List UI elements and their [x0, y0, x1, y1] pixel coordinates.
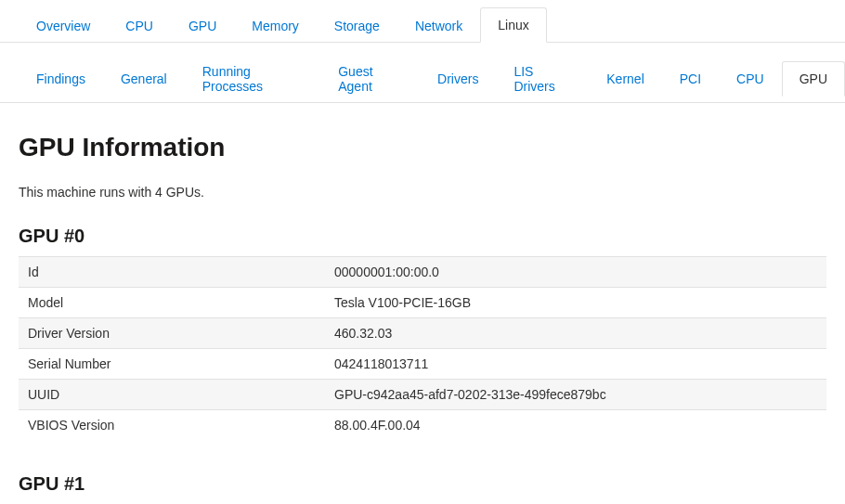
- subtab-pci[interactable]: PCI: [662, 61, 719, 96]
- subtab-general[interactable]: General: [103, 61, 185, 96]
- row-key-vbios-version: VBIOS Version: [19, 410, 325, 441]
- subtab-kernel[interactable]: Kernel: [589, 61, 661, 96]
- gpu0-title: GPU #0: [19, 226, 826, 247]
- subtab-drivers[interactable]: Drivers: [420, 61, 496, 96]
- row-val-driver-version: 460.32.03: [325, 318, 826, 349]
- subtab-gpu[interactable]: GPU: [782, 61, 845, 97]
- gpu1-title: GPU #1: [19, 473, 826, 495]
- row-key-uuid: UUID: [19, 380, 325, 410]
- row-val-serial-number: 0424118013711: [325, 349, 826, 380]
- subtab-cpu[interactable]: CPU: [719, 61, 782, 96]
- subtab-guest-agent[interactable]: Guest Agent: [320, 54, 420, 103]
- tab-gpu[interactable]: GPU: [171, 8, 234, 43]
- table-row: ModelTesla V100-PCIE-16GB: [19, 288, 826, 318]
- page-title: GPU Information: [19, 133, 826, 162]
- table-row: Serial Number0424118013711: [19, 349, 826, 380]
- row-key-driver-version: Driver Version: [19, 318, 325, 349]
- gpu0-table: Id00000001:00:00.0ModelTesla V100-PCIE-1…: [19, 256, 826, 440]
- row-val-uuid: GPU-c942aa45-afd7-0202-313e-499fece879bc: [325, 380, 826, 410]
- tab-linux[interactable]: Linux: [480, 7, 546, 43]
- table-row: Id00000001:00:00.0: [19, 257, 826, 288]
- tab-network[interactable]: Network: [397, 8, 480, 43]
- tab-storage[interactable]: Storage: [317, 8, 397, 43]
- table-row: UUIDGPU-c942aa45-afd7-0202-313e-499fece8…: [19, 380, 826, 410]
- secondary-tabs: FindingsGeneralRunning ProcessesGuest Ag…: [0, 43, 845, 103]
- row-val-vbios-version: 88.00.4F.00.04: [325, 410, 826, 441]
- row-key-serial-number: Serial Number: [19, 349, 325, 380]
- row-key-id: Id: [19, 257, 325, 288]
- page-description: This machine runs with 4 GPUs.: [19, 185, 826, 200]
- table-row: VBIOS Version88.00.4F.00.04: [19, 410, 826, 441]
- tab-overview[interactable]: Overview: [19, 8, 108, 43]
- table-row: Driver Version460.32.03: [19, 318, 826, 349]
- row-val-model: Tesla V100-PCIE-16GB: [325, 288, 826, 318]
- subtab-findings[interactable]: Findings: [19, 61, 103, 96]
- subtab-lis-drivers[interactable]: LIS Drivers: [496, 54, 589, 103]
- tab-memory[interactable]: Memory: [234, 8, 317, 43]
- content-area: GPU Information This machine runs with 4…: [0, 133, 845, 504]
- primary-tabs: OverviewCPUGPUMemoryStorageNetworkLinux: [0, 0, 845, 43]
- row-val-id: 00000001:00:00.0: [325, 257, 826, 288]
- row-key-model: Model: [19, 288, 325, 318]
- subtab-running-processes[interactable]: Running Processes: [185, 54, 320, 103]
- tab-cpu[interactable]: CPU: [108, 8, 171, 43]
